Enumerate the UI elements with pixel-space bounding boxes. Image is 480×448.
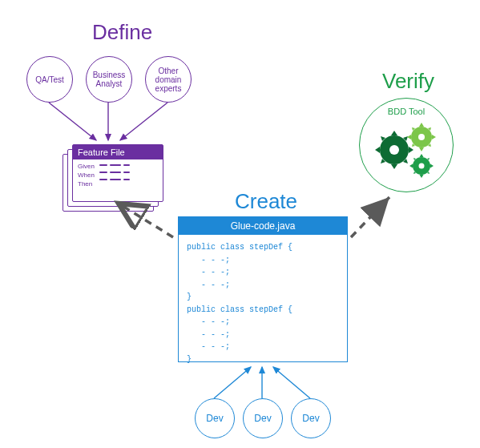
svg-point-11 <box>419 163 425 169</box>
svg-point-9 <box>418 134 425 140</box>
dev-label: Dev <box>254 413 271 424</box>
gears-icon <box>372 121 441 184</box>
bdd-tool-label: BDD Tool <box>360 107 453 116</box>
svg-line-5 <box>273 367 310 398</box>
bdd-tool-circle: BDD Tool <box>359 98 454 192</box>
dev-label: Dev <box>302 413 319 424</box>
dev-bubble-2: Dev <box>243 398 283 438</box>
dev-bubble-1: Dev <box>195 398 235 438</box>
svg-point-7 <box>389 145 399 155</box>
dev-bubble-3: Dev <box>291 398 331 438</box>
create-arrows <box>0 0 361 448</box>
dev-label: Dev <box>206 413 223 424</box>
verify-title: Verify <box>382 69 434 94</box>
svg-line-3 <box>214 367 251 398</box>
